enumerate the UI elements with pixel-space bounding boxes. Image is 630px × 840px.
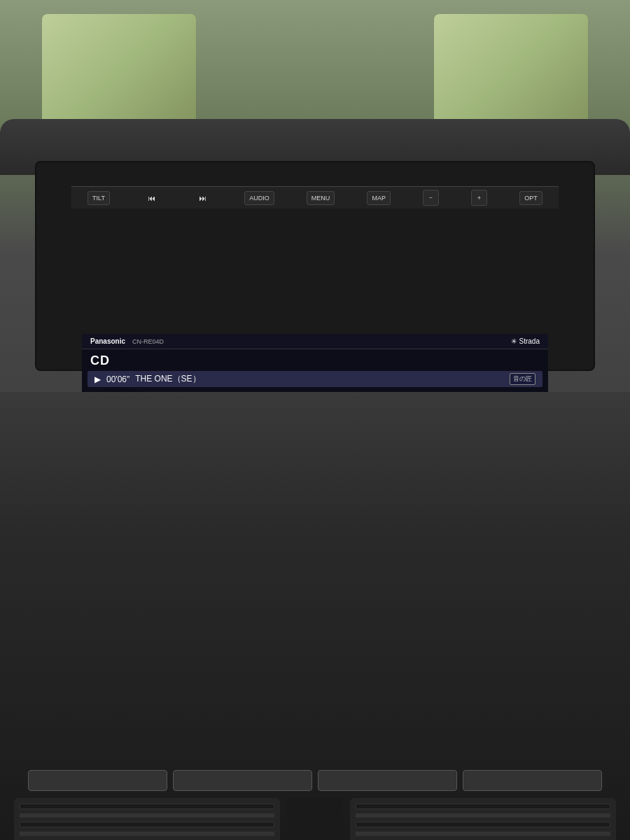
control-btn-3	[318, 770, 457, 791]
window-right	[434, 14, 588, 126]
screen-header: Panasonic CN-RE04D ✳ Strada	[82, 334, 548, 349]
center-vent-gap	[287, 798, 343, 840]
opt-button[interactable]: OPT	[519, 191, 542, 205]
physical-buttons-row: TILT ⏮ ⏭ AUDIO MENU MAP － ＋ OPT	[71, 186, 559, 209]
strada-icon: ✳	[511, 337, 517, 345]
track-time: 00'06"	[106, 374, 130, 384]
control-btn-1	[28, 770, 167, 791]
window-left	[42, 14, 196, 126]
strada-text: Strada	[519, 337, 540, 345]
vent-flap	[356, 832, 610, 836]
vent-flap	[356, 813, 610, 818]
vent-area	[14, 798, 616, 840]
dashboard-lower	[0, 392, 630, 840]
head-unit-bezel: Panasonic CN-RE04D ✳ Strada CD ▶ 00'06" …	[35, 161, 595, 371]
cd-title-bar: CD	[82, 349, 548, 370]
audio-button[interactable]: AUDIO	[244, 191, 274, 205]
vent-group-right	[350, 798, 616, 840]
bottom-controls	[28, 763, 602, 798]
vent-flap	[20, 832, 274, 836]
play-info: ▶ 00'06" THE ONE（SE）	[94, 373, 201, 385]
prev-button[interactable]: ⏮	[142, 191, 161, 205]
brand-label: Panasonic	[90, 337, 125, 345]
tilt-button[interactable]: TILT	[88, 191, 110, 205]
vent-slot	[20, 804, 274, 809]
model-label: CN-RE04D	[132, 338, 164, 345]
control-btn-4	[463, 770, 602, 791]
next-button[interactable]: ⏭	[193, 191, 212, 205]
plus-button[interactable]: ＋	[471, 190, 487, 206]
control-btn-2	[173, 770, 312, 791]
play-icon: ▶	[94, 374, 101, 384]
vent-slot	[20, 822, 274, 827]
vent-flap	[20, 813, 274, 818]
map-button[interactable]: MAP	[367, 191, 391, 205]
now-playing-bar: ▶ 00'06" THE ONE（SE） 音の匠	[88, 371, 542, 387]
minus-button[interactable]: －	[423, 190, 439, 206]
cd-mode-label: CD	[90, 354, 110, 368]
track-badge: 音の匠	[510, 373, 536, 385]
menu-button[interactable]: MENU	[307, 191, 335, 205]
vent-slot	[356, 804, 610, 809]
track-title: THE ONE（SE）	[135, 373, 200, 385]
strada-logo: ✳ Strada	[511, 337, 540, 345]
vent-group-left	[14, 798, 280, 840]
vent-slot	[356, 822, 610, 827]
